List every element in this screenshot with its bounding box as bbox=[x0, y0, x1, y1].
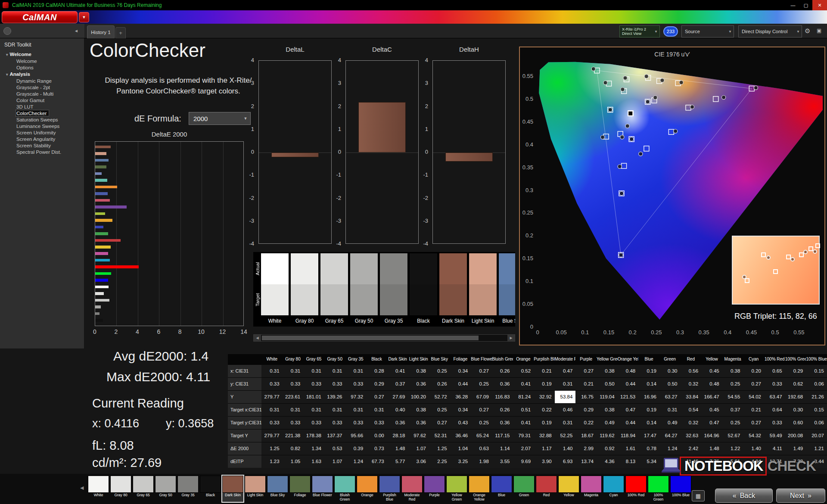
workflow-menu-button[interactable] bbox=[3, 27, 11, 35]
patch-button-bluish-green[interactable]: Bluish Green bbox=[334, 476, 355, 502]
deltal-y-tick: -1 bbox=[243, 171, 254, 178]
next-button[interactable]: Next » bbox=[776, 488, 825, 503]
table-cell: 0.33 bbox=[283, 377, 304, 390]
patch-button-yellow[interactable]: Yellow bbox=[558, 476, 579, 502]
deltal-ylabels: 43210-1-2-3-4 bbox=[243, 60, 256, 244]
deltac-y-tick: 3 bbox=[330, 80, 341, 86]
patch-button-gray-80[interactable]: Gray 80 bbox=[110, 476, 131, 502]
patch-button-100-green[interactable]: 100% Green bbox=[648, 476, 669, 502]
patch-button-orange-yellow[interactable]: Orange Yellow bbox=[469, 476, 490, 502]
back-label: Back bbox=[740, 492, 755, 500]
patch-button-black[interactable]: Black bbox=[200, 476, 221, 502]
patch-target-swatch bbox=[291, 284, 318, 315]
sidebar-section-analysis[interactable]: ▾Analysis bbox=[0, 71, 84, 78]
cie-measured-marker-bluish-green bbox=[608, 108, 612, 112]
patch-button-red[interactable]: Red bbox=[536, 476, 557, 502]
sidebar-item-colorchecker[interactable]: ColorChecker bbox=[16, 110, 49, 116]
scrollbar-track[interactable] bbox=[261, 335, 507, 341]
deltal-y-tick: -2 bbox=[243, 195, 254, 201]
deltae-x-axis: 02468101214 bbox=[95, 328, 244, 336]
table-col-purple: Purple bbox=[575, 354, 597, 364]
patch-button-orange[interactable]: Orange bbox=[357, 476, 378, 502]
close-button[interactable]: ✕ bbox=[812, 0, 827, 10]
scrollbar-thumb[interactable] bbox=[262, 336, 479, 340]
watermark-red-frame: NOTEBOOK bbox=[680, 457, 767, 476]
sidebar-item-saturation-sweeps[interactable]: Saturation Sweeps bbox=[0, 116, 84, 123]
scroll-left-icon[interactable]: ◀ bbox=[254, 335, 261, 341]
patch-button-light-skin[interactable]: Light Skin bbox=[245, 476, 266, 502]
display-control-label: Direct Display Control bbox=[739, 29, 795, 34]
display-control-dropdown[interactable]: Direct Display Control ▼ bbox=[738, 25, 802, 37]
sidebar-collapse-icon[interactable]: ◄ bbox=[74, 28, 78, 33]
deltal-y-tick: 4 bbox=[243, 57, 254, 63]
patch-button-yellow-green[interactable]: Yellow Green bbox=[446, 476, 467, 502]
patch-button-purplish-blue[interactable]: Purplish Blue bbox=[379, 476, 400, 502]
sidebar-item-grayscale-2pt[interactable]: Grayscale - 2pt bbox=[0, 84, 84, 90]
tab-history-1[interactable]: History 1 bbox=[87, 25, 115, 38]
patch-button-gray-65[interactable]: Gray 65 bbox=[133, 476, 154, 502]
table-cell: 36.46 bbox=[450, 429, 471, 442]
table-cell: 0.27 bbox=[429, 416, 450, 429]
scroll-right-icon[interactable]: ▶ bbox=[507, 335, 515, 341]
sidebar-item-luminance-sweeps[interactable]: Luminance Sweeps bbox=[0, 123, 84, 129]
patch-button-gray-35[interactable]: Gray 35 bbox=[177, 476, 199, 502]
table-cell: 1.34 bbox=[303, 442, 324, 455]
patch-button-foliage[interactable]: Foliage bbox=[289, 476, 311, 502]
patch-button-cyan[interactable]: Cyan bbox=[603, 476, 624, 502]
sidebar-item-screen-stability[interactable]: Screen Stability bbox=[0, 142, 84, 149]
sidebar-item-dynamic-range[interactable]: Dynamic Range bbox=[0, 78, 84, 84]
patch-button-magenta[interactable]: Magenta bbox=[581, 476, 602, 502]
sidebar-item-screen-uniformity[interactable]: Screen Uniformity bbox=[0, 129, 84, 136]
sidebar-section-welcome[interactable]: ▾Welcome bbox=[0, 51, 84, 58]
patch-button-white[interactable]: White bbox=[88, 476, 109, 502]
sidebar-item-options[interactable]: Options bbox=[0, 64, 84, 71]
patch-scroll-left-icon[interactable]: ◀ bbox=[80, 485, 84, 491]
source-dropdown[interactable]: Source ▼ bbox=[681, 25, 734, 37]
sidebar-item-color-gamut[interactable]: Color Gamut bbox=[0, 97, 84, 103]
back-button[interactable]: « Back bbox=[715, 488, 773, 503]
patch-button-100-blue[interactable]: 100% Blue bbox=[670, 476, 691, 502]
table-cell: 64.27 bbox=[659, 429, 681, 442]
deltah-y-tick: -2 bbox=[417, 195, 428, 201]
sidebar-item-welcome[interactable]: Welcome bbox=[0, 58, 84, 64]
table-cell: 0.27 bbox=[366, 390, 387, 403]
patch-button-purple[interactable]: Purple bbox=[424, 476, 445, 502]
patch-color-swatch bbox=[401, 476, 423, 493]
deltal-y-tick: -4 bbox=[243, 240, 254, 247]
sidebar-item-spectral-power-dist[interactable]: Spectral Power Dist. bbox=[0, 149, 84, 155]
report-button[interactable]: ▦ bbox=[692, 490, 705, 501]
layout-panel-icon[interactable]: ▣ bbox=[817, 28, 821, 34]
patch-button-green[interactable]: Green bbox=[513, 476, 535, 502]
window-title: CalMAN 2019 CalMAN Ultimate for Business… bbox=[12, 2, 162, 8]
chevron-down-icon: ▼ bbox=[727, 30, 734, 34]
logo-menu-button[interactable]: ▼ bbox=[79, 12, 89, 22]
patch-button-blue[interactable]: Blue bbox=[491, 476, 512, 502]
patch-color-swatch bbox=[245, 476, 266, 493]
cie-measured-marker-orange-yellow bbox=[660, 78, 664, 82]
patch-button-blue-flower[interactable]: Blue Flower bbox=[312, 476, 333, 502]
patch-button-dark-skin[interactable]: Dark Skin bbox=[222, 476, 243, 502]
sidebar-item-screen-angularity[interactable]: Screen Angularity bbox=[0, 136, 84, 142]
patch-button-moderate-red[interactable]: Moderate Red bbox=[401, 476, 423, 502]
patch-button-blue-sky[interactable]: Blue Sky bbox=[267, 476, 288, 502]
sidebar-item-3d-lut[interactable]: 3D LUT bbox=[0, 103, 84, 110]
tab-add-button[interactable]: + bbox=[115, 27, 126, 38]
de-formula-dropdown[interactable]: 2000 ▼ bbox=[189, 112, 251, 125]
calman-logo[interactable]: CalMAN bbox=[2, 11, 78, 23]
patch-preview-gray-65: Gray 65 bbox=[320, 253, 348, 327]
maximize-button[interactable]: ▢ bbox=[799, 0, 812, 10]
patch-selector-strip: WhiteGray 80Gray 65Gray 50Gray 35BlackDa… bbox=[88, 476, 691, 502]
sidebar-section-label: Analysis bbox=[10, 72, 30, 77]
patch-button-100-red[interactable]: 100% Red bbox=[625, 476, 647, 502]
sidebar-item-grayscale-multi[interactable]: Grayscale - Multi bbox=[0, 90, 84, 97]
table-cell: 0.48 bbox=[618, 364, 639, 377]
patch-preview-label: Gray 50 bbox=[350, 315, 378, 327]
patch-button-gray-50[interactable]: Gray 50 bbox=[155, 476, 176, 502]
meter-dropdown[interactable]: X-Rite i1Pro 2 Direct View ▼ bbox=[619, 25, 660, 37]
settings-gear-icon[interactable]: ⚙ bbox=[805, 27, 810, 35]
deltac-ylabels: 43210-1-2-3-4 bbox=[330, 60, 343, 244]
meter-count-badge[interactable]: 233 bbox=[663, 26, 678, 37]
table-cell: 1.98 bbox=[471, 455, 492, 468]
swatch-scrollbar[interactable]: ◀ ▶ bbox=[253, 334, 515, 342]
minimize-button[interactable]: — bbox=[787, 0, 799, 10]
